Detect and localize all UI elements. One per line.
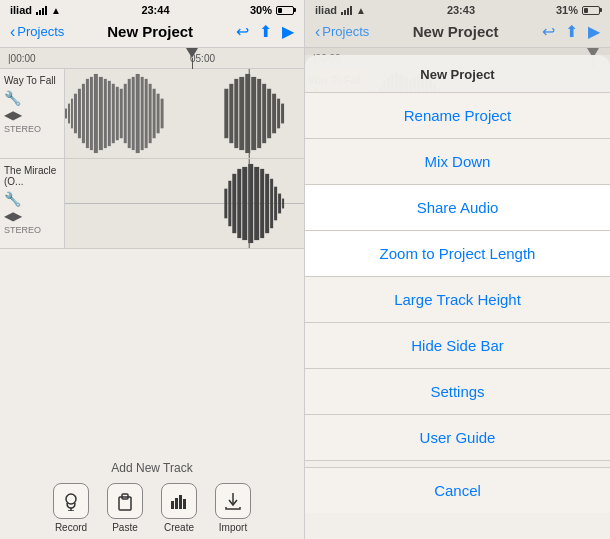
left-status-bar: iliad ▲ 23:44 30% xyxy=(0,0,304,18)
svg-rect-10 xyxy=(99,77,103,150)
left-back-arrow-icon[interactable]: ‹ xyxy=(10,23,15,41)
svg-rect-42 xyxy=(228,181,231,226)
left-create-button[interactable]: Create xyxy=(161,483,197,533)
svg-rect-14 xyxy=(116,87,119,140)
svg-rect-5 xyxy=(78,89,81,138)
svg-rect-43 xyxy=(232,174,236,233)
svg-rect-13 xyxy=(112,84,115,143)
svg-rect-48 xyxy=(260,169,264,238)
left-nav-bar: ‹ Projects New Project ↩ ⬆ ▶ xyxy=(0,18,304,47)
svg-rect-8 xyxy=(90,77,93,150)
svg-rect-23 xyxy=(153,89,156,138)
svg-rect-11 xyxy=(104,79,107,148)
svg-rect-19 xyxy=(136,74,140,153)
left-track-1-stereo: STEREO xyxy=(4,124,60,134)
left-time: 23:44 xyxy=(141,4,169,16)
left-track-2-settings-icon[interactable]: 🔧 xyxy=(4,191,60,207)
svg-rect-45 xyxy=(242,167,247,240)
svg-rect-50 xyxy=(270,179,273,228)
svg-rect-17 xyxy=(128,79,131,148)
svg-rect-62 xyxy=(179,495,182,509)
left-paste-icon xyxy=(107,483,143,519)
svg-rect-37 xyxy=(281,104,284,124)
svg-rect-49 xyxy=(265,174,269,233)
svg-rect-35 xyxy=(272,94,276,134)
svg-rect-29 xyxy=(239,77,244,150)
right-menu-cancel[interactable]: Cancel xyxy=(305,467,610,513)
left-track-1-settings-icon[interactable]: 🔧 xyxy=(4,90,60,106)
left-nav-left[interactable]: ‹ Projects xyxy=(10,23,64,41)
left-paste-label: Paste xyxy=(112,522,138,533)
svg-rect-33 xyxy=(262,84,266,143)
right-menu-settings[interactable]: Settings xyxy=(305,369,610,415)
svg-rect-4 xyxy=(74,94,77,134)
left-carrier: iliad xyxy=(10,4,32,16)
left-import-label: Import xyxy=(219,522,247,533)
left-track-2-stereo: STEREO xyxy=(4,225,60,235)
svg-rect-25 xyxy=(161,99,164,129)
svg-rect-53 xyxy=(282,199,284,209)
left-undo-icon[interactable]: ↩ xyxy=(236,22,249,41)
left-export-icon[interactable]: ⬆ xyxy=(259,22,272,41)
left-add-track-area: Add New Track Record xyxy=(0,451,304,539)
right-menu-user-guide[interactable]: User Guide xyxy=(305,415,610,461)
right-menu-hide-sidebar[interactable]: Hide Side Bar xyxy=(305,323,610,369)
left-track-1-name: Way To Fall xyxy=(4,75,60,86)
left-track-1-controls: ◀▶ xyxy=(4,108,60,122)
svg-rect-52 xyxy=(278,194,281,214)
right-menu-title: New Project xyxy=(305,55,610,93)
left-record-icon xyxy=(53,483,89,519)
left-wifi-icon: ▲ xyxy=(51,5,61,16)
left-battery-pct: 30% xyxy=(250,4,272,16)
svg-rect-2 xyxy=(68,104,70,124)
svg-rect-22 xyxy=(149,84,152,143)
left-track-2: The Miracle (O... 🔧 ◀▶ STEREO xyxy=(0,159,304,249)
left-timeline-start: |00:00 xyxy=(8,53,36,64)
left-battery-fill xyxy=(278,8,282,13)
left-play-icon[interactable]: ▶ xyxy=(282,22,294,41)
left-create-icon xyxy=(161,483,197,519)
right-menu-share[interactable]: Share Audio xyxy=(305,185,610,231)
svg-rect-27 xyxy=(229,84,233,143)
right-dim-overlay xyxy=(305,0,610,55)
right-menu-overlay: New Project Rename Project Mix Down Shar… xyxy=(305,55,610,539)
svg-rect-1 xyxy=(65,109,67,119)
svg-rect-51 xyxy=(274,187,277,221)
right-menu-zoom[interactable]: Zoom to Project Length xyxy=(305,231,610,277)
svg-rect-36 xyxy=(277,99,280,129)
svg-rect-6 xyxy=(82,84,85,143)
left-track-2-vol-icon[interactable]: ◀▶ xyxy=(4,209,22,223)
left-record-button[interactable]: Record xyxy=(53,483,89,533)
left-import-icon xyxy=(215,483,251,519)
left-track-1: Way To Fall 🔧 ◀▶ STEREO xyxy=(0,69,304,159)
right-menu-large-track[interactable]: Large Track Height xyxy=(305,277,610,323)
svg-rect-21 xyxy=(145,79,148,148)
right-menu-mixdown[interactable]: Mix Down xyxy=(305,139,610,185)
svg-rect-24 xyxy=(157,94,160,134)
left-track-1-waveform xyxy=(65,69,304,158)
left-import-button[interactable]: Import xyxy=(215,483,251,533)
svg-rect-28 xyxy=(234,79,238,148)
left-record-label: Record xyxy=(55,522,87,533)
left-track-2-waveform xyxy=(65,159,304,248)
left-timeline-bar: |00:00 05:00 xyxy=(0,47,304,69)
left-add-track-buttons: Record Paste xyxy=(0,483,304,533)
left-create-label: Create xyxy=(164,522,194,533)
left-track-1-vol-icon[interactable]: ◀▶ xyxy=(4,108,22,122)
svg-rect-16 xyxy=(124,84,127,143)
svg-rect-18 xyxy=(132,77,135,150)
left-paste-button[interactable]: Paste xyxy=(107,483,143,533)
left-track-1-info: Way To Fall 🔧 ◀▶ STEREO xyxy=(0,69,65,158)
right-menu-rename[interactable]: Rename Project xyxy=(305,93,610,139)
svg-rect-12 xyxy=(108,81,111,146)
svg-rect-20 xyxy=(141,77,144,150)
svg-rect-3 xyxy=(71,99,73,129)
right-panel: iliad ▲ 23:43 31% ‹ Projects New Project… xyxy=(305,0,610,539)
svg-rect-31 xyxy=(251,77,256,150)
left-timeline-marker: 05:00 xyxy=(190,53,215,64)
svg-rect-34 xyxy=(267,89,271,138)
left-status-right: 30% xyxy=(250,4,294,16)
svg-rect-15 xyxy=(120,89,123,138)
left-back-label[interactable]: Projects xyxy=(17,24,64,39)
left-battery-bar xyxy=(276,6,294,15)
